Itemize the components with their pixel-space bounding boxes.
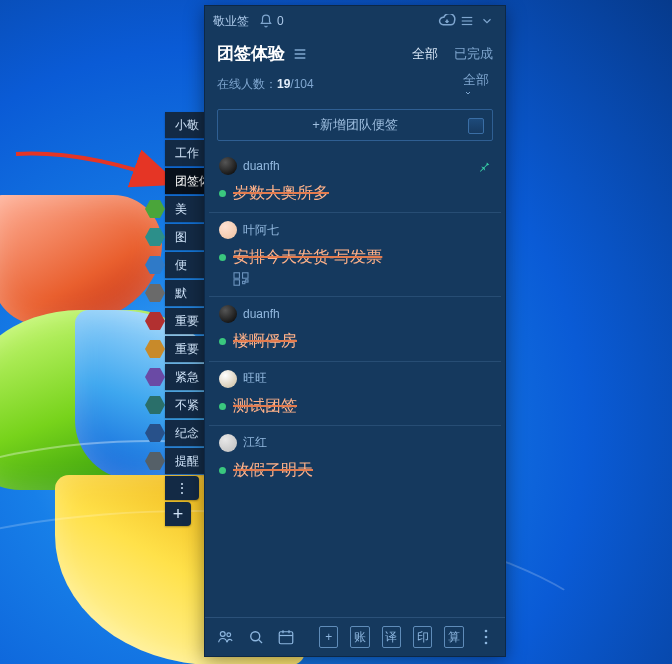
footer-more-icon[interactable]: [478, 627, 495, 647]
svg-point-12: [227, 633, 231, 637]
calendar-icon[interactable]: [277, 627, 295, 647]
note-author: 江红: [243, 434, 267, 451]
note-item[interactable]: 旺旺测试团签: [209, 362, 501, 426]
note-text: 放假了明天: [219, 460, 491, 479]
svg-rect-8: [234, 280, 239, 285]
note-item[interactable]: duanfh楼啊俘房: [209, 297, 501, 361]
avatar: [219, 305, 237, 323]
panel-footer: + 账 译 印 算: [205, 617, 505, 656]
svg-rect-15: [279, 632, 293, 644]
footer-box-add[interactable]: +: [319, 626, 338, 648]
svg-point-21: [485, 642, 488, 645]
note-author: duanfh: [243, 307, 280, 321]
svg-point-20: [485, 636, 488, 639]
svg-point-13: [251, 632, 260, 641]
group-title: 团签体验: [217, 42, 285, 65]
online-count: 在线人数：19/104: [217, 76, 314, 93]
svg-rect-9: [243, 282, 245, 284]
note-item[interactable]: duanfh岁数大奥所多: [209, 149, 501, 213]
footer-box-print[interactable]: 印: [413, 626, 432, 648]
svg-point-19: [485, 630, 488, 633]
note-author-row: 江红: [219, 434, 491, 452]
note-author-row: 旺旺: [219, 370, 491, 388]
online-total: /104: [290, 77, 313, 91]
members-icon[interactable]: [215, 627, 235, 647]
note-text: 安排今天发货-写发票: [219, 247, 491, 266]
expand-icon[interactable]: [477, 11, 497, 31]
svg-rect-6: [234, 273, 239, 278]
add-team-note-button[interactable]: +新增团队便签: [217, 109, 493, 141]
online-label: 在线人数：: [217, 77, 277, 91]
pin-icon[interactable]: [477, 159, 491, 173]
svg-rect-7: [243, 273, 248, 278]
filter-done[interactable]: 已完成: [454, 45, 493, 63]
svg-point-11: [220, 632, 225, 637]
footer-box-ledger[interactable]: 账: [350, 626, 369, 648]
bell-icon[interactable]: [259, 14, 273, 28]
avatar: [219, 221, 237, 239]
avatar: [219, 434, 237, 452]
chevron-down-icon: [463, 89, 493, 97]
online-current: 19: [277, 77, 290, 91]
note-author-row: duanfh: [219, 305, 491, 323]
avatar: [219, 157, 237, 175]
list-view-icon[interactable]: [291, 47, 309, 61]
panel-header: 团签体验 全部 已完成 在线人数：19/104 全部: [205, 36, 505, 101]
note-author: duanfh: [243, 159, 280, 173]
note-author-row: 叶阿七: [219, 221, 491, 239]
win7-leaf-red: [0, 195, 162, 325]
note-item[interactable]: 江红放假了明天: [209, 426, 501, 489]
notes-list: duanfh岁数大奥所多叶阿七安排今天发货-写发票duanfh楼啊俘房旺旺测试团…: [205, 147, 505, 617]
notification-count: 0: [277, 14, 284, 28]
footer-box-translate[interactable]: 译: [382, 626, 401, 648]
app-panel: 敬业签 0 团签体验: [204, 5, 506, 657]
note-author-row: duanfh: [219, 157, 491, 175]
add-note-label: +新增团队便签: [312, 116, 398, 134]
note-text: 岁数大奥所多: [219, 183, 491, 202]
svg-line-14: [259, 640, 262, 643]
filter-all[interactable]: 全部: [412, 45, 438, 63]
search-icon[interactable]: [247, 627, 265, 647]
footer-box-calc[interactable]: 算: [444, 626, 463, 648]
menu-icon[interactable]: [457, 11, 477, 31]
sidebar-add-button[interactable]: +: [165, 502, 191, 526]
app-name: 敬业签: [213, 13, 249, 30]
note-item[interactable]: 叶阿七安排今天发货-写发票: [209, 213, 501, 297]
sidebar-more-button[interactable]: ⋮: [165, 476, 199, 500]
qr-icon[interactable]: [233, 272, 249, 286]
avatar: [219, 370, 237, 388]
cloud-sync-icon[interactable]: [437, 11, 457, 31]
titlebar: 敬业签 0: [205, 6, 505, 36]
note-author: 叶阿七: [243, 222, 279, 239]
note-author: 旺旺: [243, 370, 267, 387]
note-text: 楼啊俘房: [219, 331, 491, 350]
scope-dropdown[interactable]: 全部: [463, 71, 493, 97]
add-note-handle-icon: [468, 118, 484, 134]
svg-rect-10: [246, 280, 248, 282]
note-text: 测试团签: [219, 396, 491, 415]
scope-label: 全部: [463, 72, 489, 87]
